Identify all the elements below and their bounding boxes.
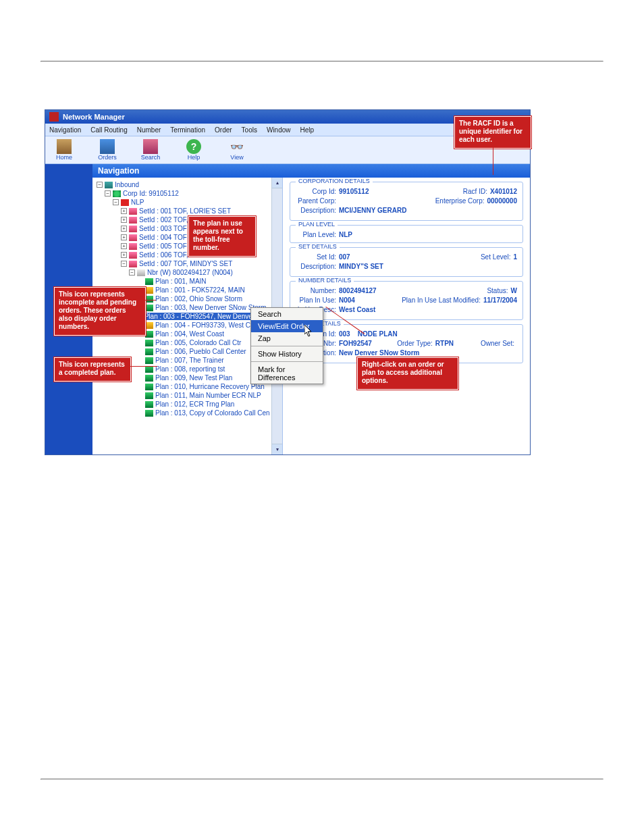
- tree-node-number[interactable]: −Nbr (W) 8002494127 (N004): [95, 268, 282, 277]
- set-details: SET DETAILS Set Id:007 Set Level:1 Descr…: [290, 247, 523, 277]
- app-window: Network Manager Navigation Call Routing …: [45, 109, 531, 455]
- orders-button[interactable]: Orders: [92, 139, 122, 161]
- menu-termination[interactable]: Termination: [170, 126, 205, 134]
- ctx-show-history[interactable]: Show History: [251, 348, 323, 360]
- view-button[interactable]: 👓 View: [222, 139, 252, 161]
- tree-node-set[interactable]: +SetId : 001 TOF, LORIE'S SET: [95, 207, 282, 215]
- globe-icon: [113, 190, 121, 197]
- tree-node-nlp[interactable]: − NLP: [95, 198, 282, 207]
- home-button[interactable]: Home: [49, 139, 79, 161]
- callout-completed-plan: This icon represents a completed plan.: [54, 357, 131, 382]
- glasses-icon: 👓: [230, 139, 244, 154]
- plan-icon: [145, 331, 153, 338]
- ctx-separator: [251, 346, 323, 346]
- ctx-mark-differences[interactable]: Mark for Differences: [251, 363, 323, 384]
- plan-icon: [145, 375, 153, 382]
- ctx-separator: [251, 361, 323, 362]
- corporation-details: CORPORATION DETAILS Corp Id:99105112 Rac…: [290, 182, 523, 221]
- plan-icon: [145, 296, 153, 303]
- tree-node-plan[interactable]: Plan : 013, Copy of Colorado Call Cen: [95, 409, 282, 417]
- callout-racf: The RACF ID is a unique identifier for e…: [454, 116, 531, 149]
- app-icon: [49, 112, 59, 122]
- orders-icon: [100, 139, 115, 154]
- order-icon: [145, 287, 153, 294]
- menu-tools[interactable]: Tools: [242, 126, 257, 134]
- navigation-panel-header: Navigation: [92, 164, 530, 178]
- help-icon: ?: [186, 139, 201, 154]
- menu-help[interactable]: Help: [300, 126, 315, 134]
- menu-number[interactable]: Number: [137, 126, 161, 134]
- context-menu: Search View/Edit Order Zap Show History …: [250, 307, 323, 384]
- plan-icon: [145, 410, 153, 417]
- tree-node-plan[interactable]: Plan : 012, ECR Trng Plan: [95, 400, 282, 409]
- tree-node-corp[interactable]: − Corp Id: 99105112: [95, 189, 282, 198]
- number-icon: [137, 269, 145, 276]
- scroll-up-icon[interactable]: ▴: [272, 178, 282, 188]
- set-icon: [129, 252, 137, 259]
- plan-icon: [145, 392, 153, 399]
- tree-node-inbound[interactable]: − Inbound: [95, 180, 282, 189]
- callout-right-click: Right-click on an order or plan to acces…: [357, 357, 458, 390]
- inbound-icon: [105, 182, 113, 188]
- set-icon: [129, 226, 137, 232]
- set-icon: [129, 261, 137, 267]
- plan-icon: [145, 278, 153, 285]
- callout-incomplete-orders: This icon represents incomplete and pend…: [54, 287, 146, 336]
- window-title: Network Manager: [63, 113, 125, 121]
- plan-icon: [145, 348, 153, 355]
- menu-order[interactable]: Order: [215, 126, 232, 134]
- plan-icon: [145, 384, 153, 390]
- menu-call-routing[interactable]: Call Routing: [90, 126, 127, 134]
- nlp-icon: [121, 199, 129, 206]
- number-details: NUMBER DETAILS Number:8002494127 Status:…: [290, 281, 523, 320]
- ctx-view-edit-order[interactable]: View/Edit Order: [251, 320, 323, 332]
- plan-icon: [145, 366, 153, 373]
- scroll-down-icon[interactable]: ▾: [272, 444, 282, 454]
- bottom-rule: [41, 779, 603, 780]
- tree-node-plan[interactable]: Plan : 011, Main Number ECR NLP: [95, 391, 282, 400]
- plan-icon: [145, 340, 153, 346]
- search-icon: [143, 139, 158, 154]
- tree-node-plan[interactable]: Plan : 001, MAIN: [95, 277, 282, 286]
- ctx-zap[interactable]: Zap: [251, 332, 323, 344]
- home-icon: [57, 139, 72, 154]
- plan-level: PLAN LEVEL Plan Level:NLP: [290, 225, 523, 243]
- tree-node-set[interactable]: −SetId : 007 TOF, MINDY'S SET: [95, 259, 282, 268]
- set-icon: [129, 217, 137, 224]
- set-icon: [129, 243, 137, 250]
- help-button[interactable]: ? Help: [179, 139, 209, 161]
- search-button[interactable]: Search: [136, 139, 165, 161]
- set-icon: [129, 234, 137, 241]
- callout-plan-in-use: The plan in use appears next to the toll…: [188, 216, 256, 257]
- top-rule: [41, 61, 603, 62]
- set-icon: [129, 208, 137, 215]
- menu-window[interactable]: Window: [267, 126, 291, 134]
- order-icon: [145, 322, 153, 329]
- plan-icon: [145, 357, 153, 364]
- plan-icon: [145, 305, 153, 311]
- menu-navigation[interactable]: Navigation: [49, 126, 81, 134]
- ctx-search[interactable]: Search: [251, 308, 323, 320]
- plan-icon: [145, 401, 153, 408]
